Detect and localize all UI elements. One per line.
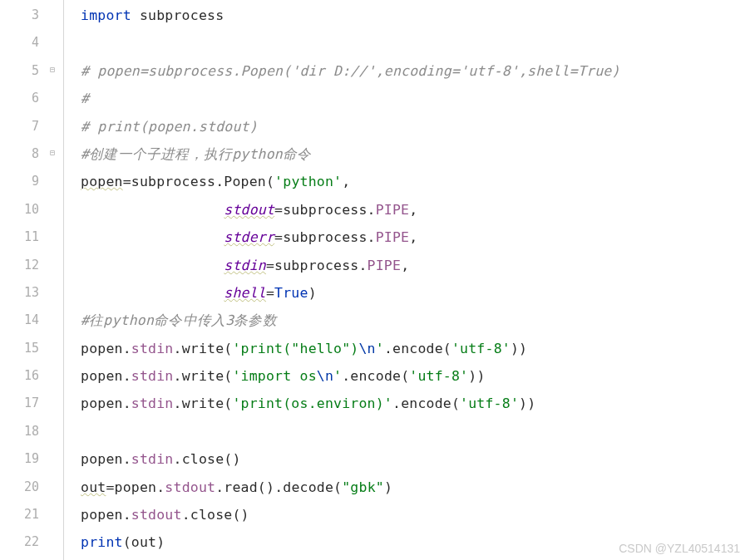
line-number-gutter: 3 4 5 6 7 8 9 10 11 12 13 14 15 16 17 18… bbox=[0, 0, 48, 560]
code-line: #创建一个子进程，执行python命令 bbox=[81, 140, 745, 168]
line-number: 8 bbox=[0, 140, 47, 168]
line-number: 7 bbox=[0, 113, 47, 140]
line-number: 9 bbox=[0, 168, 47, 195]
code-editor: 3 4 5 6 7 8 9 10 11 12 13 14 15 16 17 18… bbox=[0, 0, 745, 560]
code-line: popen.stdin.write('print(os.environ)'.en… bbox=[81, 390, 745, 417]
line-number: 12 bbox=[0, 252, 47, 279]
fold-icon[interactable]: ⊟ bbox=[50, 139, 55, 166]
watermark: CSDN @YZL40514131 bbox=[619, 542, 740, 555]
line-number: 19 bbox=[0, 445, 47, 473]
line-number: 10 bbox=[0, 196, 47, 224]
line-number: 15 bbox=[0, 335, 47, 362]
code-line: popen.stdin.close() bbox=[81, 445, 745, 473]
code-line bbox=[81, 418, 745, 445]
line-number: 5 bbox=[0, 57, 47, 85]
code-line: popen.stdin.write('import os\n'.encode('… bbox=[81, 362, 745, 390]
code-line: # print(popen.stdout) bbox=[81, 113, 745, 140]
line-number: 11 bbox=[0, 224, 47, 251]
code-line: #往python命令中传入3条参数 bbox=[81, 307, 745, 334]
line-number: 3 bbox=[0, 2, 47, 29]
line-number: 4 bbox=[0, 29, 47, 56]
line-number: 14 bbox=[0, 307, 47, 334]
code-line: # popen=subprocess.Popen('dir D://',enco… bbox=[81, 57, 745, 85]
code-line: stderr=subprocess.PIPE, bbox=[81, 224, 745, 251]
code-line: stdout=subprocess.PIPE, bbox=[81, 196, 745, 224]
code-content[interactable]: import subprocess # popen=subprocess.Pop… bbox=[63, 0, 745, 560]
code-line: popen=subprocess.Popen('python', bbox=[81, 168, 745, 195]
code-line: out=popen.stdout.read().decode("gbk") bbox=[81, 474, 745, 501]
code-line: shell=True) bbox=[81, 279, 745, 307]
line-number: 13 bbox=[0, 279, 47, 307]
code-line bbox=[81, 29, 745, 56]
code-line: import subprocess bbox=[81, 2, 745, 29]
fold-column: ⊟ ⊟ bbox=[48, 0, 63, 560]
code-line: stdin=subprocess.PIPE, bbox=[81, 252, 745, 279]
line-number: 16 bbox=[0, 362, 47, 390]
code-line: # bbox=[81, 85, 745, 112]
code-line: popen.stdout.close() bbox=[81, 501, 745, 528]
line-number: 20 bbox=[0, 474, 47, 501]
line-number: 17 bbox=[0, 390, 47, 417]
fold-icon[interactable]: ⊟ bbox=[50, 56, 55, 83]
line-number: 6 bbox=[0, 85, 47, 112]
line-number: 18 bbox=[0, 418, 47, 445]
code-line: popen.stdin.write('print("hello")\n'.enc… bbox=[81, 335, 745, 362]
line-number: 22 bbox=[0, 528, 47, 556]
line-number: 21 bbox=[0, 501, 47, 528]
